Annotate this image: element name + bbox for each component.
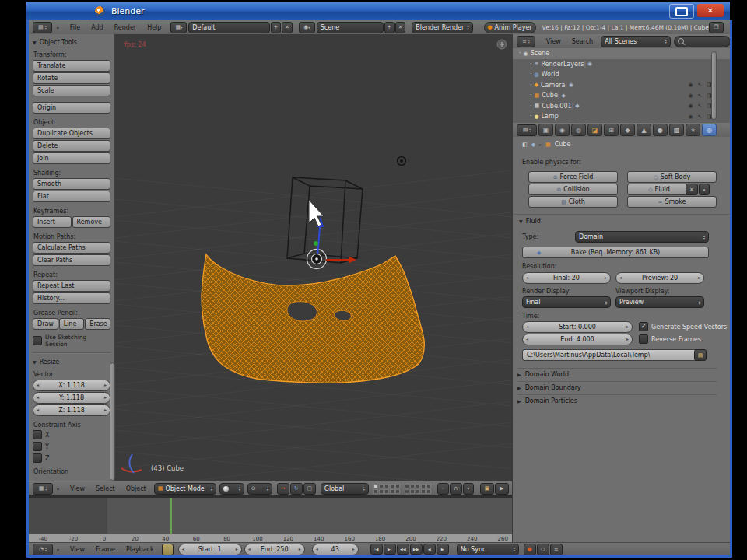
layout-delete-button[interactable]: ✕: [282, 22, 292, 33]
layer-toggle[interactable]: [384, 484, 389, 488]
selectability-icon[interactable]: ↖: [698, 82, 703, 88]
time-start-field[interactable]: ◂Start: 0.000▸: [522, 321, 633, 333]
domain-world-panel-header[interactable]: ▶Domain World: [517, 368, 717, 378]
outliner-scrollbar[interactable]: [711, 51, 717, 120]
resize-vector-x-field[interactable]: ◂X: 1.118▸: [33, 380, 110, 391]
timeline-body[interactable]: [29, 498, 512, 534]
visibility-icon[interactable]: ◉: [688, 103, 693, 109]
disclosure-dot[interactable]: ·: [530, 71, 532, 78]
window-layout-icon[interactable]: ❐: [709, 22, 724, 33]
manipulator-rotate-toggle[interactable]: ↻: [290, 483, 303, 495]
constraint-axis-y-checkbox[interactable]: [33, 442, 42, 451]
render-engine-select[interactable]: Blender Render▴▾: [412, 22, 472, 33]
layer-toggle[interactable]: [416, 489, 420, 494]
menu-add[interactable]: Add: [91, 24, 103, 31]
decrement-icon[interactable]: ◂: [37, 382, 39, 387]
jump-to-start-button[interactable]: |◀: [370, 544, 383, 555]
lock-toggle[interactable]: ◦: [437, 483, 449, 495]
scene-browse-button[interactable]: ◉▾: [299, 22, 315, 33]
frame-start-field[interactable]: ◂Start: 1▸: [178, 544, 242, 555]
anim-player-button[interactable]: ● Anim Player: [484, 22, 536, 33]
collision-button[interactable]: ⊚Collision: [528, 184, 618, 195]
scene-field[interactable]: Scene: [317, 22, 384, 33]
outliner-item-cube-001[interactable]: ·▦Cube.001 | ◆◉↖◨: [513, 101, 730, 112]
bake-button[interactable]: ◈ Bake (Req. Memory: 861 KB): [522, 247, 709, 258]
line-button[interactable]: Line: [59, 318, 85, 330]
cache-path-field[interactable]: C:\Users\Martinus\AppData\Local\Temp\: [522, 349, 700, 361]
flat-button[interactable]: Flat: [33, 191, 110, 202]
layer-toggle[interactable]: [426, 484, 431, 488]
layer-toggle[interactable]: [421, 484, 426, 488]
snap-mode-select[interactable]: ▾: [463, 483, 474, 495]
constraint-axis-x-checkbox[interactable]: [33, 430, 42, 439]
tab-texture[interactable]: ▩: [669, 124, 684, 136]
disclosure-dot[interactable]: ·: [530, 92, 532, 99]
outliner-item-lamp[interactable]: ·●Lamp◉↖◨: [513, 111, 730, 122]
tab-particles[interactable]: ∗: [686, 124, 700, 136]
rotate-button[interactable]: Rotate: [33, 72, 110, 84]
outliner-item-cube[interactable]: ·▦Cube | ◆◉↖◨: [513, 90, 730, 101]
domain-particles-panel-header[interactable]: ▶Domain Particles: [517, 394, 717, 404]
object-tools-panel-header[interactable]: ▼ Object Tools: [33, 39, 110, 46]
screen-layout-browse-button[interactable]: ▦▾: [170, 22, 187, 33]
layer-toggle[interactable]: [416, 484, 420, 488]
editor-type-outliner-button[interactable]: ≡▴▾: [517, 36, 535, 47]
constraint-axis-z-checkbox[interactable]: [33, 453, 42, 463]
tab-constraints[interactable]: ⊞: [604, 124, 619, 136]
scene-delete-button[interactable]: ✕: [395, 22, 405, 33]
selectability-icon[interactable]: ↖: [698, 93, 703, 99]
manipulator-translate-toggle[interactable]: ↔: [277, 483, 289, 495]
join-button[interactable]: Join: [33, 152, 110, 164]
manipulator-scale-toggle[interactable]: ▢: [303, 483, 316, 495]
layer-toggle[interactable]: [395, 484, 400, 488]
repeat-last-button[interactable]: Repeat Last: [33, 280, 110, 292]
menu-render[interactable]: Render: [114, 24, 136, 31]
outliner-item-world[interactable]: ·◍World: [513, 69, 730, 80]
draw-button[interactable]: Draw: [33, 318, 58, 330]
layer-toggle[interactable]: [426, 489, 431, 494]
preview-resolution-field[interactable]: ◂Preview: 20▸: [615, 272, 704, 284]
maximize-button[interactable]: [669, 4, 694, 19]
increment-icon[interactable]: ▸: [104, 407, 107, 412]
outliner-item-camera[interactable]: ·◆Camera | ◉◉↖◨: [513, 80, 730, 91]
editor-type-properties-button[interactable]: ▤▴▾: [517, 124, 537, 136]
mode-select[interactable]: ▦ Object Mode▴▾: [154, 483, 216, 495]
window-titlebar[interactable]: Blender ✕: [26, 2, 730, 20]
selectability-icon[interactable]: ↖: [698, 103, 703, 109]
lamp-object[interactable]: [398, 157, 406, 166]
screen-layout-field[interactable]: Default: [188, 22, 270, 33]
disclosure-dot[interactable]: ·: [530, 103, 532, 110]
visibility-icon[interactable]: ◉: [688, 82, 693, 88]
render-opengl-anim-button[interactable]: ▶: [495, 483, 509, 495]
timeline-menu-view[interactable]: View: [70, 546, 85, 553]
tab-scene[interactable]: ◉: [555, 124, 570, 136]
layers-widget[interactable]: [405, 484, 431, 494]
tab-object[interactable]: ◪: [587, 124, 602, 136]
editor-type-info-button[interactable]: ▤▴▾: [33, 22, 52, 33]
editor-type-timeline-button[interactable]: ◔▴▾: [33, 544, 53, 555]
domain-cube-wireframe[interactable]: [287, 177, 363, 263]
selectability-icon[interactable]: ↖: [698, 114, 703, 120]
outliner-menu-view[interactable]: View: [546, 38, 561, 45]
layer-toggle[interactable]: [390, 489, 395, 494]
layer-toggle[interactable]: [384, 489, 389, 494]
next-keyframe-button[interactable]: ▶▶: [410, 544, 423, 555]
viewport-menu-select[interactable]: Select: [96, 485, 115, 492]
history--button[interactable]: History...: [33, 292, 110, 304]
calculate-paths-button[interactable]: Calculate Paths: [33, 242, 110, 254]
layer-toggle[interactable]: [390, 484, 395, 488]
jump-to-end-button[interactable]: ▶|: [384, 544, 396, 555]
remove-button[interactable]: Remove: [72, 216, 111, 228]
resize-vector-z-field[interactable]: ◂Z: 1.118▸: [33, 404, 110, 416]
fluid-panel-header[interactable]: ▼ Fluid: [519, 218, 541, 225]
timeline-menu-playback[interactable]: Playback: [126, 546, 154, 553]
disclosure-dot[interactable]: ·: [530, 113, 532, 120]
sync-mode-select[interactable]: No Sync▴▾: [457, 544, 519, 555]
menu-help[interactable]: Help: [147, 24, 161, 31]
layer-toggle[interactable]: [421, 489, 426, 494]
outliner-item-scene[interactable]: ·◉Scene: [513, 48, 730, 59]
use-sketching-session-checkbox[interactable]: [33, 336, 42, 345]
origin-button[interactable]: Origin: [33, 102, 110, 114]
erase-button[interactable]: Erase: [85, 318, 110, 330]
domain-boundary-panel-header[interactable]: ▶Domain Boundary: [517, 381, 717, 391]
